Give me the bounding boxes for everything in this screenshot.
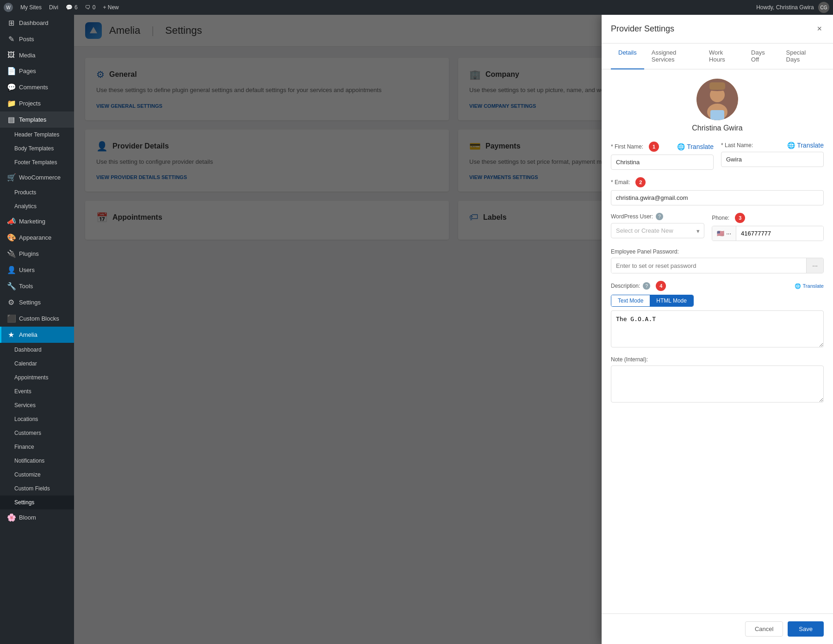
modal-close-button[interactable]: × [815, 22, 824, 36]
tab-work-hours[interactable]: Work Hours [702, 43, 744, 69]
sidebar-item-amelia-calendar[interactable]: Calendar [0, 357, 74, 371]
tab-assigned-services[interactable]: Assigned Services [644, 43, 702, 69]
note-textarea[interactable] [611, 365, 824, 402]
sidebar-label-custom-blocks: Custom Blocks [19, 315, 59, 322]
sidebar-label-posts: Posts [19, 36, 34, 43]
description-label: Description: ? 4 [611, 281, 666, 291]
my-sites-menu[interactable]: My Sites [20, 4, 42, 11]
sidebar-item-header-templates[interactable]: Header Templates [0, 128, 74, 142]
phone-flag-button[interactable]: 🇺🇸 ··· [712, 226, 736, 241]
sidebar-item-users[interactable]: 👤 Users [0, 262, 74, 278]
new-item-label: + New [103, 4, 118, 11]
modal-body: Christina Gwira * First Name: 1 🌐 Transl… [602, 69, 833, 613]
new-item-menu[interactable]: + New [103, 4, 118, 11]
sidebar-item-amelia[interactable]: ★ Amelia [0, 327, 74, 343]
tab-special-days[interactable]: Special Days [779, 43, 824, 69]
sidebar-item-amelia-events[interactable]: Events [0, 384, 74, 398]
sidebar-item-projects[interactable]: 📁 Projects [0, 95, 74, 111]
note-section: Note (Internal): [611, 356, 824, 404]
sidebar-label-amelia-locations: Locations [14, 416, 38, 422]
plugins-icon: 🔌 [7, 249, 15, 258]
amelia-icon: ★ [7, 330, 15, 339]
sidebar-item-pages[interactable]: 📄 Pages [0, 63, 74, 79]
password-group: Employee Panel Password: ··· [611, 248, 824, 273]
sidebar-item-amelia-custom-fields[interactable]: Custom Fields [0, 482, 74, 495]
sidebar-item-amelia-dashboard[interactable]: Dashboard [0, 343, 74, 357]
last-name-input[interactable] [721, 152, 824, 167]
sidebar-item-amelia-services[interactable]: Services [0, 398, 74, 412]
content-area: Amelia | Settings ⚙ General Use these se… [74, 15, 833, 644]
sidebar-label-footer-templates: Footer Templates [14, 159, 57, 166]
comments-menu[interactable]: 💬 6 [66, 4, 78, 11]
dashboard-icon: ⊞ [7, 19, 15, 27]
wp-user-select[interactable]: Select or Create New [611, 223, 704, 238]
sidebar-item-amelia-customize[interactable]: Customize [0, 468, 74, 482]
phone-input[interactable] [736, 226, 823, 241]
sidebar-item-bloom[interactable]: 🌸 Bloom [0, 509, 74, 526]
tab-days-off[interactable]: Days Off [744, 43, 778, 69]
sidebar-item-body-templates[interactable]: Body Templates [0, 142, 74, 155]
cancel-button[interactable]: Cancel [745, 621, 783, 637]
sidebar-item-settings[interactable]: ⚙ Settings [0, 294, 74, 310]
svg-rect-5 [709, 82, 725, 90]
sidebar-label-appearance: Appearance [19, 234, 51, 241]
sidebar-item-posts[interactable]: ✎ Posts [0, 31, 74, 47]
sidebar-item-amelia-locations[interactable]: Locations [0, 412, 74, 426]
comment-moderation[interactable]: 🗨 0 [85, 4, 96, 11]
greeting: Howdy, Christina Gwira CG [756, 2, 829, 13]
comments-icon: 💬 [7, 83, 15, 92]
sidebar-item-analytics[interactable]: Analytics [0, 199, 74, 213]
divi-menu[interactable]: Divi [49, 4, 58, 11]
modal-tabs: Details Assigned Services Work Hours Day… [602, 43, 833, 69]
sidebar-item-comments[interactable]: 💬 Comments [0, 79, 74, 95]
sidebar-item-amelia-appointments[interactable]: Appointments [0, 371, 74, 384]
description-textarea[interactable] [611, 310, 824, 347]
sidebar-item-products[interactable]: Products [0, 186, 74, 199]
step-badge-2: 2 [635, 177, 646, 187]
description-help-icon: ? [643, 282, 650, 290]
sidebar-item-dashboard[interactable]: ⊞ Dashboard [0, 15, 74, 31]
sidebar-label-amelia-appointments: Appointments [14, 374, 48, 381]
posts-icon: ✎ [7, 35, 15, 43]
text-mode-button[interactable]: Text Mode [611, 295, 650, 306]
first-name-input[interactable] [611, 155, 714, 170]
media-icon: 🖼 [7, 51, 15, 59]
sidebar-item-marketing[interactable]: 📣 Marketing [0, 213, 74, 229]
avatar [696, 79, 738, 120]
description-translate[interactable]: 🌐 Translate [795, 283, 824, 289]
sidebar-item-amelia-finance[interactable]: Finance [0, 440, 74, 454]
sidebar-label-amelia-customers: Customers [14, 430, 41, 436]
sidebar-label-amelia-calendar: Calendar [14, 360, 37, 367]
tab-details[interactable]: Details [611, 43, 644, 69]
sidebar-item-custom-blocks[interactable]: ⬛ Custom Blocks [0, 310, 74, 327]
last-name-label: * Last Name: 🌐 Translate [721, 142, 824, 149]
settings-icon: ⚙ [7, 298, 15, 307]
wp-logo-icon[interactable]: W [4, 3, 13, 12]
sidebar-item-tools[interactable]: 🔧 Tools [0, 278, 74, 294]
sidebar-item-footer-templates[interactable]: Footer Templates [0, 155, 74, 169]
sidebar-item-amelia-notifications[interactable]: Notifications [0, 454, 74, 468]
sidebar-item-appearance[interactable]: 🎨 Appearance [0, 229, 74, 246]
sidebar-item-plugins[interactable]: 🔌 Plugins [0, 246, 74, 262]
wp-user-label: WordPress User: ? [611, 213, 704, 220]
sidebar-label-woocommerce: WooCommerce [19, 174, 61, 181]
description-section: Description: ? 4 🌐 Translate Text Mode [611, 281, 824, 349]
sidebar-item-media[interactable]: 🖼 Media [0, 47, 74, 63]
pages-icon: 📄 [7, 67, 15, 75]
first-name-translate[interactable]: 🌐 Translate [677, 143, 714, 150]
save-button[interactable]: Save [788, 621, 824, 637]
email-input[interactable] [611, 190, 824, 205]
comment-count: 6 [75, 4, 78, 11]
password-toggle-button[interactable]: ··· [806, 258, 823, 273]
last-name-translate[interactable]: 🌐 Translate [787, 142, 824, 149]
sidebar-item-amelia-customers[interactable]: Customers [0, 426, 74, 440]
sidebar-label-amelia-settings: Settings [14, 499, 34, 506]
description-header: Description: ? 4 🌐 Translate [611, 281, 824, 291]
password-input[interactable] [611, 259, 806, 273]
sidebar-item-woocommerce[interactable]: 🛒 WooCommerce [0, 169, 74, 186]
html-mode-button[interactable]: HTML Mode [650, 295, 693, 306]
email-row: * Email: 2 [611, 177, 824, 205]
sidebar-item-templates[interactable]: ▤ Templates [0, 111, 74, 128]
mod-count: 0 [93, 4, 96, 11]
sidebar-item-amelia-settings[interactable]: Settings [0, 495, 74, 509]
